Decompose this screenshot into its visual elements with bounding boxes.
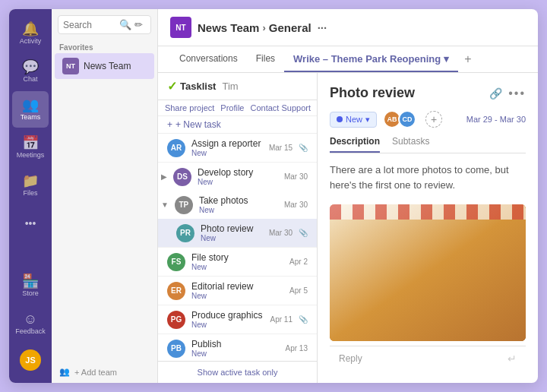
channel-team-badge: NT (170, 17, 191, 38)
nav-item-more[interactable]: ••• (12, 205, 49, 242)
store-icon: 🏪 (22, 274, 39, 288)
new-task-button[interactable]: + + New task (158, 116, 317, 134)
channel-title: News Team › General ··· (198, 21, 327, 34)
date-range: Mar 29 - Mar 30 (466, 115, 526, 124)
carousel-background (330, 204, 526, 341)
task-info: Produce graphics New (191, 310, 264, 329)
status-badge[interactable]: New ▾ (330, 112, 377, 128)
collapse-icon[interactable]: ▼ (161, 201, 169, 209)
task-info: Take photos New (199, 195, 278, 214)
add-assignee-button[interactable]: + (425, 111, 442, 128)
meetings-icon: 📅 (22, 136, 39, 150)
nav-item-teams[interactable]: 👥 Teams (12, 91, 49, 128)
task-list: AR Assign a reporter New Mar 15 📎 ▶ DS (158, 134, 317, 361)
tab-conversations[interactable]: Conversations (170, 47, 247, 71)
carousel-stripe (330, 204, 526, 220)
detail-header-actions: 🔗 ••• (489, 87, 526, 100)
task-info: File story New (191, 252, 283, 271)
task-info: Assign a reporter New (191, 138, 263, 157)
nav-label-feedback: Feedback (15, 327, 46, 335)
task-avatar: PG (167, 311, 185, 329)
nav-item-files[interactable]: 📁 Files (12, 167, 49, 204)
send-icon[interactable]: ↵ (507, 352, 517, 365)
task-avatar: AR (167, 139, 185, 157)
task-date: Mar 15 (269, 144, 292, 152)
task-status: New (191, 149, 263, 157)
share-project-button[interactable]: Share project (165, 103, 214, 112)
channel-tabs: Conversations Files Wrike – Theme Park R… (158, 46, 538, 73)
task-avatar: PB (167, 340, 185, 358)
tab-files[interactable]: Files (247, 47, 284, 71)
status-dropdown-icon[interactable]: ▾ (365, 115, 370, 125)
content-area: ✓ Tasklist Tim Share project Profile Con… (158, 73, 538, 383)
task-info: Publish New (191, 339, 280, 358)
pin-icon: 📎 (299, 315, 308, 324)
detail-description: There are a lot more photos to come, but… (330, 163, 526, 192)
search-bar[interactable]: 🔍 ✏ (58, 15, 151, 34)
show-active-task-link[interactable]: Show active task only (158, 361, 317, 383)
activity-icon: 🔔 (22, 22, 39, 36)
detail-tabs: Description Subtasks (330, 136, 526, 153)
tab-subtasks[interactable]: Subtasks (392, 136, 429, 153)
task-date: Apr 5 (289, 286, 308, 295)
team-name: News Team (84, 61, 131, 71)
assignee-avatar[interactable]: CD (398, 110, 416, 128)
tim-tab[interactable]: Tim (222, 81, 238, 92)
nav-label-files: Files (23, 189, 37, 197)
team-avatar-small: NT (62, 58, 79, 74)
task-row[interactable]: PG Produce graphics New Apr 11 📎 (158, 305, 317, 334)
task-panel-header: ✓ Tasklist Tim (158, 73, 317, 100)
add-team-icon: 👥 (59, 367, 70, 377)
contact-support-button[interactable]: Contact Support (251, 103, 311, 112)
task-name: Assign a reporter (191, 138, 263, 149)
task-row[interactable]: DS Develop story New Mar 30 (167, 163, 314, 191)
compose-icon[interactable]: ✏ (134, 19, 143, 30)
more-icon: ••• (25, 218, 36, 229)
pin-icon: 📎 (299, 229, 308, 237)
team-name-link[interactable]: News Team (198, 21, 259, 34)
tasklist-tab[interactable]: ✓ Tasklist (167, 79, 216, 93)
task-status: New (191, 292, 283, 300)
reply-placeholder[interactable]: Reply (339, 353, 507, 364)
nav-label-teams: Teams (21, 113, 41, 121)
search-input[interactable] (63, 20, 116, 30)
task-row[interactable]: FS File story New Apr 2 (158, 248, 317, 277)
task-name: Take photos (199, 195, 278, 206)
search-icon[interactable]: 🔍 (119, 19, 131, 30)
tab-wrike[interactable]: Wrike – Theme Park Reopening ▾ (284, 47, 458, 72)
task-row[interactable]: AR Assign a reporter New Mar 15 📎 (158, 134, 317, 163)
link-icon[interactable]: 🔗 (489, 87, 502, 100)
feedback-icon: ☺ (24, 312, 37, 326)
nav-label-activity: Activity (20, 37, 42, 45)
task-name: File story (191, 252, 283, 263)
nav-item-activity[interactable]: 🔔 Activity (12, 15, 49, 52)
check-icon: ✓ (167, 79, 177, 93)
sidebar-item-news-team[interactable]: NT News Team (55, 53, 154, 79)
files-icon: 📁 (22, 174, 39, 188)
nav-item-store[interactable]: 🏪 Store (12, 267, 49, 304)
add-tab-button[interactable]: + (458, 46, 477, 72)
task-avatar: ER (167, 282, 185, 300)
add-team-button[interactable]: 👥 + Add team (52, 361, 157, 383)
nav-item-chat[interactable]: 💬 Chat (12, 53, 49, 90)
detail-toolbar: New ▾ AB CD + Mar 29 - Mar 30 (330, 110, 526, 128)
task-name: Editorial review (191, 281, 283, 292)
channel-more-button[interactable]: ··· (318, 21, 327, 34)
task-row-photo-review[interactable]: PR Photo review New Mar 30 📎 (158, 219, 317, 248)
nav-item-feedback[interactable]: ☺ Feedback (12, 305, 49, 342)
user-avatar[interactable]: JS (20, 349, 41, 371)
nav-label-meetings: Meetings (17, 151, 45, 159)
task-collapse-row: ▼ TP Take photos New Mar 30 (158, 191, 317, 219)
channel-name[interactable]: General (269, 21, 311, 34)
reply-bar[interactable]: Reply ↵ (330, 346, 526, 371)
task-row[interactable]: PB Publish New Apr 13 (158, 334, 317, 361)
expand-icon[interactable]: ▶ (161, 172, 167, 181)
task-row[interactable]: ER Editorial review New Apr 5 (158, 277, 317, 305)
task-row[interactable]: TP Take photos New Mar 30 (169, 191, 314, 219)
profile-button[interactable]: Profile (220, 103, 244, 112)
tab-dropdown-icon[interactable]: ▾ (444, 53, 449, 65)
nav-item-meetings[interactable]: 📅 Meetings (12, 129, 49, 166)
overflow-menu-icon[interactable]: ••• (508, 87, 526, 100)
tab-description[interactable]: Description (330, 136, 380, 153)
detail-image (330, 204, 526, 341)
